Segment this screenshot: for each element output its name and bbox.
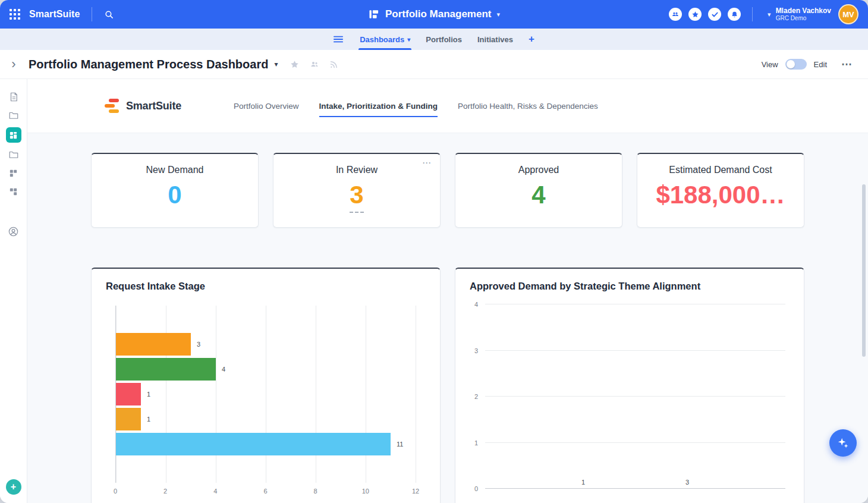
view-edit-toggle[interactable]: [785, 59, 807, 70]
document-page-icon[interactable]: [7, 90, 20, 103]
nav-item-initiatives[interactable]: Initiatives: [477, 29, 513, 50]
dashboard-tabs: Portfolio Overview Intake, Prioritizatio…: [234, 102, 598, 111]
y-tick-label: 0: [474, 485, 478, 492]
divider: [752, 7, 753, 21]
solution-title: Portfolio Management: [385, 8, 492, 20]
notifications-bell-icon[interactable]: [728, 8, 741, 21]
tab-portfolio-overview[interactable]: Portfolio Overview: [234, 102, 299, 117]
kpi-card-estimated-demand-cost[interactable]: ⋯ Estimated Demand Cost $188,000…: [637, 153, 804, 228]
kpi-row: ⋯ New Demand 0 ⋯ In Review 3 ⋯ Approved: [91, 153, 804, 228]
nav-label: Initiatives: [477, 35, 513, 44]
nav-label: Portfolios: [426, 35, 462, 44]
favorite-star-icon[interactable]: [290, 59, 300, 70]
bar-row: 1: [116, 383, 416, 405]
gridline: [485, 304, 785, 304]
bar-row: 1: [116, 408, 416, 430]
sidebar-expand-cell: ›: [0, 58, 27, 71]
folder-icon[interactable]: [7, 148, 20, 161]
vertical-scrollbar[interactable]: [862, 184, 866, 357]
bar-value-label: 1: [147, 391, 150, 398]
horizontal-bar-chart: 341111 024681012: [115, 306, 416, 497]
bar-value-label: 3: [197, 341, 200, 348]
x-tick-label: 10: [362, 488, 369, 495]
kpi-card-new-demand[interactable]: ⋯ New Demand 0: [91, 153, 259, 228]
rss-icon[interactable]: [329, 60, 338, 69]
tasks-check-icon[interactable]: [708, 8, 721, 21]
more-options-icon[interactable]: ⋯: [841, 58, 853, 71]
avatar[interactable]: MV: [838, 4, 858, 24]
kpi-value[interactable]: 3: [350, 181, 363, 213]
left-sidebar: +: [0, 79, 27, 503]
chart-title: Approved Demand by Strategic Theme Align…: [455, 269, 804, 292]
toggle-knob[interactable]: [787, 60, 795, 68]
kpi-value[interactable]: $188,000…: [656, 181, 785, 209]
bars: 341111: [116, 306, 416, 483]
kpi-label: Approved: [455, 165, 622, 175]
x-tick-label: 4: [213, 488, 217, 495]
view-label[interactable]: View: [762, 60, 778, 69]
brand-name[interactable]: SmartSuite: [29, 9, 80, 20]
solution-header: Portfolio Management ▾: [368, 0, 500, 29]
dashboard-page-icon-active[interactable]: [6, 127, 21, 143]
bar-segment[interactable]: [116, 433, 391, 455]
kpi-card-approved[interactable]: ⋯ Approved 4: [455, 153, 622, 228]
kpi-card-in-review[interactable]: ⋯ In Review 3: [273, 153, 441, 228]
user-menu[interactable]: ▾ Mladen Vachkov GRC Demo MV: [768, 4, 858, 24]
y-tick-label: 1: [474, 439, 478, 447]
bar-value-label: 1: [581, 479, 585, 486]
solution-app-icon[interactable]: [7, 166, 20, 180]
tab-intake-prioritization-funding[interactable]: Intake, Prioritization & Funding: [319, 102, 438, 117]
user-caret-icon: ▾: [768, 11, 771, 18]
gridline: [485, 350, 785, 351]
nav-item-dashboards[interactable]: Dashboards ▾: [360, 29, 410, 50]
edit-label[interactable]: Edit: [814, 60, 827, 69]
kpi-label: Estimated Demand Cost: [637, 165, 804, 175]
apps-grid-icon[interactable]: [10, 9, 20, 20]
divider: [92, 7, 92, 21]
folder-icon[interactable]: [7, 109, 20, 122]
portfolio-solution-icon: [368, 8, 380, 20]
solution-app-icon[interactable]: [7, 185, 20, 198]
members-icon[interactable]: [309, 59, 320, 69]
bar-segment[interactable]: [116, 408, 141, 430]
page-title: Portfolio Management Process Dashboard: [29, 58, 268, 71]
x-tick-label: 12: [412, 488, 419, 495]
gridline: [416, 306, 416, 483]
bar-segment[interactable]: [116, 358, 216, 381]
bar-segment[interactable]: [116, 333, 191, 356]
members-circle-icon[interactable]: [7, 225, 20, 238]
search-icon[interactable]: [104, 10, 114, 20]
card-menu-icon[interactable]: ⋯: [422, 158, 432, 168]
bar-segment[interactable]: [116, 383, 141, 405]
solution-caret-icon[interactable]: ▾: [496, 11, 500, 18]
menu-icon[interactable]: [334, 35, 343, 43]
body: + SmartSuite Portfolio Overview Intake, …: [0, 79, 868, 503]
page-header: › Portfolio Management Process Dashboard…: [0, 50, 868, 79]
bar-value-label: 4: [222, 366, 225, 373]
add-page-button[interactable]: +: [529, 33, 534, 45]
x-tick-label: 8: [314, 488, 317, 495]
bar-value-label: 11: [397, 441, 403, 448]
chart-x-axis: 024681012: [115, 488, 416, 497]
title-caret-icon[interactable]: ▾: [274, 60, 278, 68]
page-header-icons: [290, 59, 338, 70]
y-tick-label: 2: [474, 393, 478, 400]
community-icon[interactable]: [669, 8, 682, 21]
nav-label: Dashboards: [360, 35, 404, 44]
tab-portfolio-health-risks-dependencies[interactable]: Portfolio Health, Risks & Dependencies: [458, 102, 598, 117]
kpi-value[interactable]: 0: [168, 181, 181, 209]
x-tick-label: 6: [263, 488, 267, 495]
chart-request-intake-stage: Request Intake Stage 341111 024681012: [91, 268, 441, 503]
add-solution-button[interactable]: +: [6, 479, 21, 495]
nav-item-portfolios[interactable]: Portfolios: [426, 29, 462, 50]
solution-nav: Dashboards ▾ Portfolios Initiatives +: [0, 29, 868, 50]
vertical-bar-chart: 0123413: [485, 304, 785, 489]
smartsuite-logo-icon: [104, 98, 119, 114]
chart-title: Request Intake Stage: [92, 269, 440, 292]
expand-sidebar-icon[interactable]: ›: [11, 58, 15, 71]
ai-assistant-button[interactable]: [829, 429, 857, 457]
bar-value-label: 1: [147, 416, 150, 423]
kpi-value[interactable]: 4: [532, 181, 545, 209]
whats-new-star-icon[interactable]: [688, 8, 702, 21]
view-mode-controls: View Edit ⋯: [762, 58, 868, 71]
